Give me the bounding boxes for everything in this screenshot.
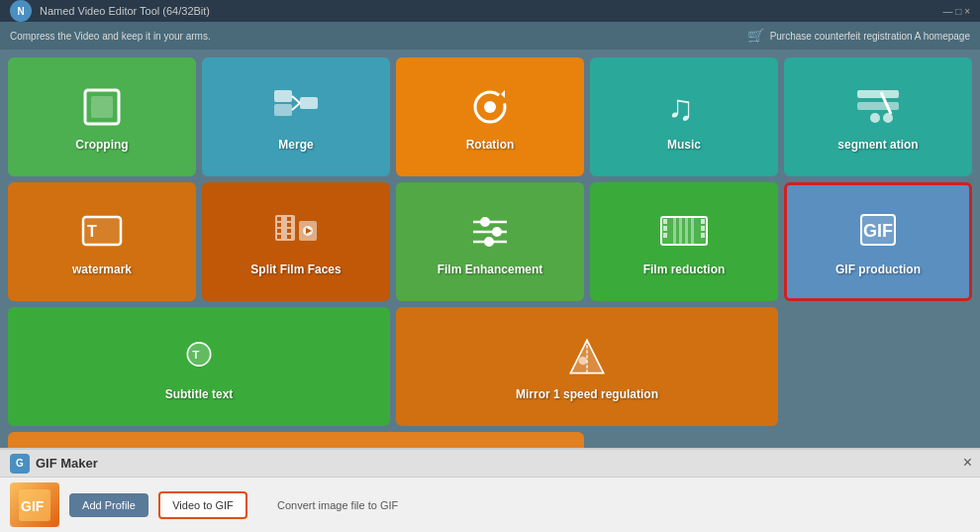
svg-rect-4	[300, 97, 318, 109]
tile-subtitle-label: Subtitle text	[165, 387, 234, 401]
svg-rect-19	[287, 217, 291, 221]
svg-point-27	[480, 217, 490, 227]
svg-text:T: T	[192, 348, 199, 361]
svg-rect-42	[691, 217, 694, 245]
film-icon	[271, 207, 321, 257]
svg-rect-20	[287, 223, 291, 227]
music-icon: ♫	[659, 82, 709, 132]
tile-filmreduction[interactable]: Film reduction	[590, 182, 778, 301]
tile-segmentation-label: segment ation	[837, 138, 918, 152]
svg-rect-1	[91, 96, 113, 118]
svg-rect-8	[857, 90, 899, 98]
cart-icon: 🛒	[747, 28, 764, 44]
gif-maker-title: GIF Maker	[36, 456, 98, 471]
svg-rect-33	[663, 219, 667, 224]
svg-rect-9	[857, 102, 899, 110]
svg-rect-16	[277, 223, 281, 227]
svg-rect-36	[701, 219, 705, 224]
gif-maker-panel: G GIF Maker × GIF Add Profile Video to G…	[0, 448, 980, 532]
tile-cropping-label: Cropping	[75, 138, 128, 152]
tile-splitfilm[interactable]: Split Film Faces	[202, 182, 390, 301]
mirror-icon	[562, 332, 612, 381]
tile-splitfilm-label: Split Film Faces	[250, 263, 341, 276]
gif-icon: GIF	[853, 207, 903, 257]
merge-icon	[271, 82, 321, 132]
gif-thumb-icon: GIF	[17, 487, 52, 523]
filmreduction-icon	[659, 207, 709, 257]
convert-text: Convert image file to GIF	[277, 499, 398, 511]
tile-watermark[interactable]: T watermark	[8, 182, 196, 301]
subtitle-icon: T	[174, 332, 224, 381]
add-profile-button[interactable]: Add Profile	[69, 493, 148, 517]
tile-filmenhancement-label: Film Enhancement	[438, 263, 543, 276]
subtitle-text: Compress the Video and keep it in your a…	[10, 31, 211, 42]
gif-thumbnail: GIF	[10, 482, 59, 527]
tile-rotation-label: Rotation	[466, 138, 515, 152]
tile-merge[interactable]: Merge	[202, 57, 390, 176]
svg-rect-35	[663, 233, 667, 238]
top-bar: N Named Video Editor Tool (64/32Bit) — □…	[0, 0, 980, 22]
rotation-icon	[465, 82, 515, 132]
svg-rect-2	[274, 90, 292, 102]
top-bar-left: N Named Video Editor Tool (64/32Bit)	[10, 0, 210, 22]
crop-icon	[77, 82, 127, 132]
tile-gifproduction-label: GIF production	[835, 263, 921, 276]
gif-maker-header: G GIF Maker ×	[0, 450, 980, 478]
svg-rect-15	[277, 217, 281, 221]
svg-rect-17	[277, 229, 281, 233]
tile-mirror[interactable]: Mirror 1 speed regulation	[396, 307, 778, 426]
svg-rect-21	[287, 229, 291, 233]
tile-filmenhancement[interactable]: Film Enhancement	[396, 182, 584, 301]
svg-rect-3	[274, 104, 292, 116]
subtitle-row: Compress the Video and keep it in your a…	[0, 22, 980, 50]
svg-point-6	[484, 101, 496, 113]
tile-rotation[interactable]: Rotation	[396, 57, 584, 176]
watermark-icon: T	[77, 207, 127, 257]
tile-subtitle[interactable]: T Subtitle text	[8, 307, 390, 426]
tile-music[interactable]: ♫ Music	[590, 57, 778, 176]
tile-merge-label: Merge	[278, 138, 313, 152]
top-bar-right: — □ ×	[943, 6, 970, 17]
tile-cropping[interactable]: Cropping	[8, 57, 196, 176]
svg-point-11	[870, 113, 880, 123]
svg-rect-39	[673, 217, 676, 245]
svg-rect-38	[701, 233, 705, 238]
tile-gifproduction[interactable]: GIF GIF production	[784, 182, 972, 301]
svg-rect-18	[277, 235, 281, 239]
svg-point-31	[484, 237, 494, 247]
close-button[interactable]: ×	[963, 454, 972, 472]
svg-point-48	[579, 357, 587, 365]
purchase-link[interactable]: 🛒 Purchase counterfeit registration A ho…	[747, 28, 970, 44]
tile-filmreduction-label: Film reduction	[643, 263, 726, 276]
tile-watermark-label: watermark	[72, 263, 132, 276]
svg-text:T: T	[87, 223, 97, 240]
svg-rect-41	[685, 217, 688, 245]
svg-text:GIF: GIF	[21, 498, 45, 514]
svg-rect-37	[701, 226, 705, 231]
gif-maker-icon: G	[10, 454, 30, 474]
scissors-icon	[853, 82, 903, 132]
tile-music-label: Music	[667, 138, 701, 152]
sliders-icon	[465, 207, 515, 257]
svg-rect-32	[661, 217, 707, 245]
svg-text:♫: ♫	[667, 87, 694, 128]
svg-rect-40	[679, 217, 682, 245]
purchase-text: Purchase counterfeit registration A home…	[770, 31, 970, 42]
svg-point-10	[883, 113, 893, 123]
tile-mirror-label: Mirror 1 speed regulation	[516, 387, 658, 401]
app-title: Named Video Editor Tool (64/32Bit)	[40, 5, 210, 17]
svg-text:GIF: GIF	[863, 221, 893, 241]
svg-rect-34	[663, 226, 667, 231]
app-logo: N	[10, 0, 32, 22]
svg-point-29	[492, 227, 502, 237]
tile-segmentation[interactable]: segment ation	[784, 57, 972, 176]
gif-maker-content: GIF Add Profile Video to GIF Convert ima…	[0, 478, 980, 532]
svg-rect-22	[287, 235, 291, 239]
video-to-gif-button[interactable]: Video to GIF	[158, 491, 247, 519]
